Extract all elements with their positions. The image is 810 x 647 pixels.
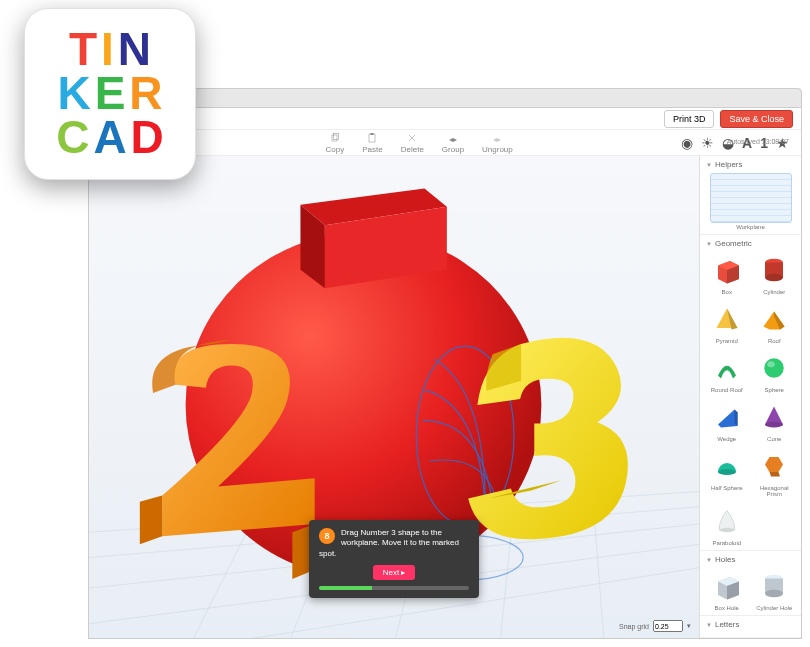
workplane-label: Workplane [706,224,795,230]
shape-label: Hexagonal Prism [754,485,796,497]
shape-half-sphere[interactable]: Half Sphere [706,448,748,497]
shape-hexagonal-prism[interactable]: Hexagonal Prism [754,448,796,497]
group-label: Group [442,145,464,154]
hint-next-button[interactable]: Next ▸ [373,565,416,580]
shape-pyramid[interactable]: Pyramid [706,301,748,344]
logo-letter: E [95,72,126,116]
holes-section: Holes Box HoleCylinder Hole [700,551,801,616]
shape-box-hole[interactable]: Box Hole [706,568,748,611]
box-hole-icon [708,568,746,604]
shape-label: Cone [754,436,796,442]
shape-cylinder[interactable]: Cylinder [754,252,796,295]
work-area: 8 Drag Number 3 shape to the workplane. … [89,156,801,638]
snap-grid-control: Snap grid ▾ [619,620,691,632]
paste-button[interactable]: Paste [362,132,382,154]
shape-label: Pyramid [706,338,748,344]
hint-step-badge: 8 [319,528,335,544]
letters-section: Letters [700,616,801,638]
url-bar[interactable]: .../edit [129,94,793,103]
group-button[interactable]: Group [442,132,464,154]
shape-roof[interactable]: Roof [754,301,796,344]
section-title-letters[interactable]: Letters [706,620,795,629]
shape-sphere[interactable]: Sphere [754,350,796,393]
roof-icon [755,301,793,337]
logo-letter: C [56,116,89,160]
paste-icon [366,132,378,144]
snap-grid-label: Snap grid [619,623,649,630]
ungroup-button[interactable]: Ungroup [482,132,513,154]
hint-progress [319,586,469,590]
group-icon [447,132,459,144]
snap-grid-dropdown-icon[interactable]: ▾ [687,622,691,630]
shape-round-roof[interactable]: Round Roof [706,350,748,393]
app-window: Print 3D Save & Close Autosaved 13:08:07… [88,108,802,639]
delete-icon [406,132,418,144]
logo-letter: R [129,72,162,116]
pyramid-icon [708,301,746,337]
paraboloid-icon [708,503,746,539]
sphere-icon [755,350,793,386]
snap-grid-input[interactable] [653,620,683,632]
shape-box[interactable]: Box [706,252,748,295]
svg-rect-1 [333,133,338,139]
svg-point-25 [765,274,783,282]
workplane-helper[interactable]: Workplane [706,173,795,230]
shapes-panel[interactable]: Helpers Workplane Geometric BoxCylinderP… [699,156,801,638]
shape-label: Sphere [754,387,796,393]
shape-cone[interactable]: Cone [754,399,796,442]
shape-label: Paraboloid [706,540,748,546]
logo-letter: N [118,28,151,72]
svg-point-35 [765,422,783,428]
svg-point-36 [718,469,736,475]
shape-label: Round Roof [706,387,748,393]
shape-label: Cylinder Hole [754,605,796,611]
copy-button[interactable]: Copy [326,132,345,154]
print-3d-button[interactable]: Print 3D [664,110,715,128]
svg-point-45 [765,590,783,598]
shape-cylinder-hole[interactable]: Cylinder Hole [754,568,796,611]
tutorial-hint: 8 Drag Number 3 shape to the workplane. … [309,520,479,598]
logo-letter: K [57,72,90,116]
cylinder-icon [755,252,793,288]
svg-rect-3 [371,133,374,135]
workplane-icon [710,173,792,223]
logo-letter: I [101,28,114,72]
copy-icon [329,132,341,144]
wedge-icon [708,399,746,435]
delete-button[interactable]: Delete [401,132,424,154]
round-roof-icon [708,350,746,386]
geometric-section: Geometric BoxCylinderPyramidRoofRound Ro… [700,235,801,551]
copy-label: Copy [326,145,345,154]
cone-icon [755,399,793,435]
tinkercad-logo: TIN KER CAD [24,8,196,180]
half-sphere-icon [708,448,746,484]
svg-point-31 [768,361,776,367]
shape-wedge[interactable]: Wedge [706,399,748,442]
shape-label: Cylinder [754,289,796,295]
shape-label: Half Sphere [706,485,748,491]
hint-text: Drag Number 3 shape to the workplane. Mo… [319,528,469,559]
delete-label: Delete [401,145,424,154]
hexagonal-prism-icon [755,448,793,484]
section-title-holes[interactable]: Holes [706,555,795,564]
logo-letter: T [69,28,97,72]
autosave-status: Autosaved 13:08:07 [727,138,789,145]
box-icon [708,252,746,288]
paste-label: Paste [362,145,382,154]
svg-point-39 [719,528,734,533]
control-1[interactable]: ◉ [681,135,693,151]
shape-label: Wedge [706,436,748,442]
logo-letter: A [93,116,126,160]
shape-label: Roof [754,338,796,344]
3d-viewport[interactable]: 8 Drag Number 3 shape to the workplane. … [89,156,699,638]
logo-letter: D [131,116,164,160]
section-title-geometric[interactable]: Geometric [706,239,795,248]
section-title-helpers[interactable]: Helpers [706,160,795,169]
save-close-button[interactable]: Save & Close [720,110,793,128]
shape-label: Box Hole [706,605,748,611]
shape-paraboloid[interactable]: Paraboloid [706,503,748,546]
helpers-section: Helpers Workplane [700,156,801,235]
ungroup-icon [491,132,503,144]
shape-label: Box [706,289,748,295]
control-2[interactable]: ☀ [701,135,714,151]
